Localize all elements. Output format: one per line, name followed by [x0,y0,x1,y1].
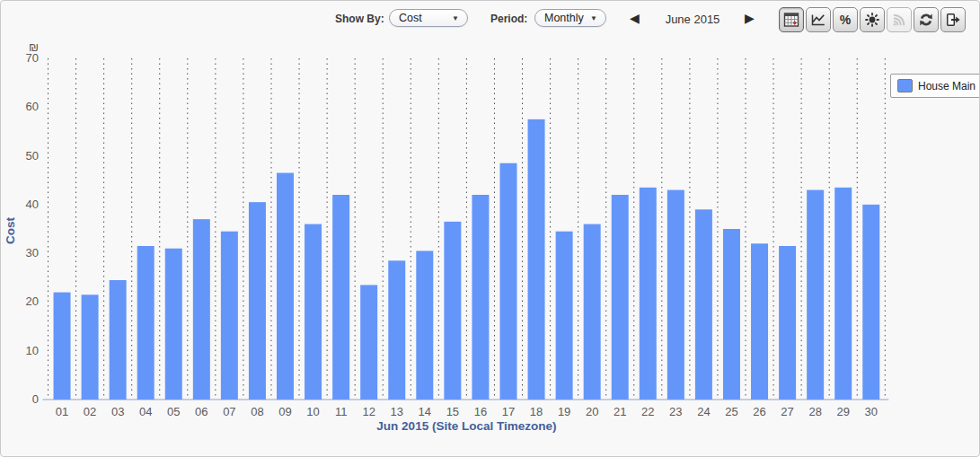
bar-day-27 [779,246,796,400]
chevron-down-icon: ▼ [452,14,459,22]
x-tick-label: 07 [223,405,235,418]
legend-item-house-main[interactable]: House Main [897,79,976,92]
bar-day-12 [360,285,377,400]
x-tick-label: 01 [56,405,68,418]
bar-day-29 [834,188,852,400]
y-tick-label: 20 [26,294,39,308]
bar-day-03 [110,280,127,400]
x-tick-label: 02 [84,405,96,418]
bar-day-07 [221,232,238,400]
y-tick-label: 40 [26,198,39,211]
x-tick-label: 24 [697,405,710,418]
x-tick-label: 29 [836,405,849,418]
bar-day-09 [277,173,294,400]
x-tick-label: 19 [558,405,570,418]
bar-day-18 [528,119,545,400]
x-tick-label: 04 [139,405,152,418]
bar-day-19 [556,232,573,400]
x-tick-label: 17 [502,405,515,418]
bar-day-13 [388,260,405,400]
x-tick-label: 26 [753,405,765,418]
brightness-button[interactable] [860,7,885,32]
period-label: Period: [490,13,527,25]
x-tick-label: 18 [530,405,543,418]
bar-day-24 [695,209,712,400]
x-tick-label: 21 [614,405,626,418]
x-axis-title: Jun 2015 (Site Local Timezone) [376,419,556,433]
y-unit-label: ₪ [29,40,39,54]
bar-day-28 [807,190,824,400]
legend-label: House Main [918,80,976,92]
bar-day-16 [472,195,489,400]
bar-day-05 [165,249,182,400]
period-dropdown[interactable]: Monthly ▼ [534,9,606,27]
sun-icon [864,12,880,28]
bar-day-10 [305,224,322,400]
x-tick-label: 25 [725,405,737,418]
bar-day-15 [444,222,461,400]
calendar-view-button[interactable] [779,7,804,32]
x-tick-label: 20 [586,405,598,418]
wireless-signal-button [887,7,912,32]
bar-day-30 [862,205,879,400]
bar-day-23 [667,190,684,400]
x-tick-label: 13 [391,405,403,418]
x-tick-label: 05 [167,405,180,418]
calendar-grid-icon [783,12,799,28]
chevron-down-icon: ▼ [590,14,597,22]
next-month-button[interactable]: ▶ [745,12,755,24]
bar-day-01 [54,293,71,400]
line-chart-icon [810,12,826,28]
line-chart-view-button[interactable] [806,7,831,32]
bar-day-26 [751,243,768,400]
y-tick-label: 60 [26,100,39,113]
y-tick-label: 30 [26,246,39,259]
bar-day-25 [723,229,740,400]
bar-day-11 [332,195,349,400]
bar-day-06 [193,219,210,400]
x-tick-label: 11 [335,405,348,418]
bar-day-21 [612,195,629,400]
bar-day-04 [137,246,155,400]
x-tick-label: 14 [419,405,431,418]
period-value: Monthly [544,12,584,24]
toolbar-buttons: % [779,7,966,32]
x-tick-label: 10 [306,405,319,418]
bar-day-22 [640,188,657,400]
show-by-label: Show By: [335,13,384,25]
x-tick-label: 16 [474,405,487,418]
bar-day-20 [584,224,601,400]
x-tick-label: 15 [446,405,459,418]
energy-monitor-panel: Show By: Cost ▼ Period: Monthly ▼ ◀ June… [0,0,980,457]
prev-month-button[interactable]: ◀ [630,12,640,24]
x-tick-label: 28 [808,405,821,418]
refresh-button[interactable] [914,7,939,32]
bar-chart: 0102030405060708091011121314151617181920… [1,40,980,456]
toolbar: Show By: Cost ▼ Period: Monthly ▼ ◀ June… [1,1,979,40]
bar-day-08 [249,202,266,400]
x-tick-label: 30 [865,405,878,418]
y-axis-title: Cost [4,216,17,244]
legend-swatch [897,79,913,92]
export-icon [945,12,961,28]
x-tick-label: 23 [669,405,682,418]
x-tick-label: 27 [781,405,793,418]
y-tick-label: 50 [26,149,39,163]
x-tick-label: 09 [278,405,291,418]
x-tick-label: 06 [195,405,207,418]
x-tick-label: 12 [362,405,375,418]
show-by-dropdown[interactable]: Cost ▼ [389,9,468,27]
month-label: June 2015 [649,13,736,26]
export-button[interactable] [940,7,966,32]
percent-icon: % [840,13,851,27]
bar-day-14 [416,250,433,400]
refresh-icon [918,12,934,28]
percent-view-button[interactable]: % [833,7,858,32]
x-tick-label: 22 [641,405,654,418]
show-by-value: Cost [399,12,422,24]
y-tick-label: 0 [32,392,39,406]
bar-day-17 [499,163,516,400]
legend: House Main [890,74,980,98]
bar-day-02 [82,294,99,400]
y-tick-label: 10 [26,344,39,357]
